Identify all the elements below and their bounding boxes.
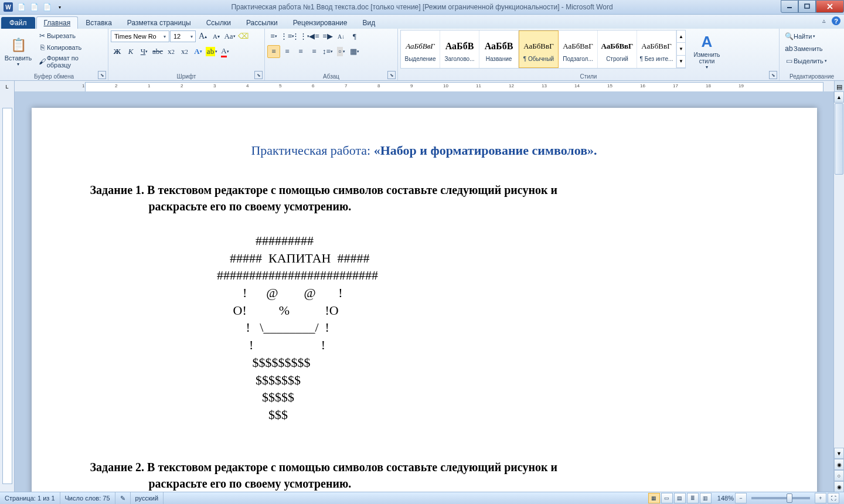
font-size-combo[interactable]: ▾ <box>170 30 196 42</box>
underline-button[interactable]: Ч▾ <box>138 45 151 58</box>
zoom-slider-knob[interactable] <box>787 493 792 503</box>
browse-object-button[interactable]: ○ <box>834 470 844 481</box>
close-button[interactable] <box>816 0 844 13</box>
zoom-in-button[interactable]: + <box>815 493 826 503</box>
horizontal-ruler[interactable]: 1212345678910111213141516171819 <box>85 82 823 92</box>
view-print-layout[interactable]: ▦ <box>648 493 660 503</box>
tab-review[interactable]: Рецензирование <box>285 16 355 29</box>
maximize-button[interactable] <box>798 0 816 13</box>
view-draft[interactable]: ▥ <box>700 493 712 503</box>
file-tab[interactable]: Файл <box>1 17 35 29</box>
status-proofing[interactable]: ✎ <box>115 492 131 504</box>
help-icon[interactable]: ? <box>832 16 840 25</box>
style-item[interactable]: АаБбВвГВыделение <box>401 30 440 68</box>
align-right-button[interactable]: ≡ <box>294 45 307 58</box>
font-launcher[interactable]: ⬊ <box>254 71 263 79</box>
style-item[interactable]: АаБбВЗаголово... <box>440 30 479 68</box>
format-painter-button[interactable]: 🖌Формат по образцу <box>35 53 106 70</box>
zoom-fit-button[interactable]: ⛶ <box>828 493 839 503</box>
align-left-button[interactable]: ≡ <box>267 45 280 58</box>
show-marks-button[interactable]: ¶ <box>348 30 361 43</box>
highlight-button[interactable]: ab▾ <box>205 45 218 58</box>
style-item[interactable]: АаБбВвГ¶ Обычный <box>519 30 559 68</box>
clipboard-launcher[interactable]: ⬊ <box>98 71 106 79</box>
document-area[interactable]: Практическая работа: «Набор и форматиров… <box>15 91 833 492</box>
task-2: Задание 2. В текстовом редакторе с помощ… <box>90 459 758 492</box>
qat-item-2[interactable]: 📄 <box>28 1 40 13</box>
replace-button[interactable]: abЗаменить <box>782 43 842 55</box>
view-outline[interactable]: ≣ <box>687 493 699 503</box>
paste-button[interactable]: 📋 Вставить ▾ <box>2 30 34 72</box>
change-case-button[interactable]: Aa▾ <box>223 30 236 43</box>
find-button[interactable]: 🔍Найти▾ <box>782 30 842 42</box>
shading-button[interactable]: ▫▾ <box>335 45 348 58</box>
scroll-track[interactable] <box>834 175 844 448</box>
scroll-down-button[interactable]: ▼ <box>834 448 844 459</box>
style-item[interactable]: АаБбВвГ¶ Без инте... <box>637 30 676 68</box>
zoom-out-button[interactable]: − <box>735 493 747 503</box>
style-scroll-more[interactable]: ▼ <box>677 56 685 68</box>
vertical-ruler[interactable] <box>0 91 15 492</box>
tab-references[interactable]: Ссылки <box>199 16 239 29</box>
ribbon: 📋 Вставить ▾ ✂Вырезать ⎘Копировать 🖌Форм… <box>0 29 844 81</box>
status-word-count[interactable]: Число слов: 75 <box>60 492 115 504</box>
style-item[interactable]: АаБбВвГСтрогий <box>598 30 637 68</box>
justify-button[interactable]: ≡ <box>308 45 321 58</box>
change-styles-button[interactable]: A Изменить стили ▾ <box>688 30 726 72</box>
app-icon[interactable]: W <box>2 1 14 13</box>
styles-launcher[interactable]: ⬊ <box>769 71 777 79</box>
ruler-toggle[interactable]: ▤ <box>834 81 844 93</box>
strikethrough-button[interactable]: abc <box>151 45 164 58</box>
grow-font-button[interactable]: A▴ <box>196 30 209 43</box>
scroll-thumb[interactable] <box>835 103 843 175</box>
status-page[interactable]: Страница: 1 из 1 <box>0 492 60 504</box>
style-scroll-up[interactable]: ▲ <box>677 30 685 43</box>
zoom-level[interactable]: 148% <box>717 495 734 502</box>
italic-button[interactable]: К <box>124 45 137 58</box>
browse-prev-button[interactable]: ◉ <box>834 459 844 470</box>
shrink-font-button[interactable]: A▾ <box>210 30 223 43</box>
zoom-slider[interactable] <box>751 497 810 499</box>
qat-customize[interactable]: ▾ <box>54 1 66 13</box>
decrease-indent-button[interactable]: ◀≡ <box>308 30 321 43</box>
select-button[interactable]: ▭Выделить▾ <box>782 55 842 67</box>
qat-item-3[interactable]: 📄 <box>41 1 53 13</box>
align-center-button[interactable]: ≡ <box>281 45 294 58</box>
status-bar: Страница: 1 из 1 Число слов: 75 ✎ русски… <box>0 492 844 504</box>
superscript-button[interactable]: x2 <box>178 45 191 58</box>
tab-insert[interactable]: Вставка <box>78 16 120 29</box>
increase-indent-button[interactable]: ≡▶ <box>321 30 334 43</box>
borders-button[interactable]: ▦▾ <box>348 45 361 58</box>
bullets-button[interactable]: ≡▾ <box>267 30 280 43</box>
vertical-scrollbar[interactable]: ▲ ▼ ◉ ○ ◉ <box>833 91 844 492</box>
tab-selector[interactable]: L <box>0 81 15 93</box>
browse-next-button[interactable]: ◉ <box>834 481 844 492</box>
qat-item-1[interactable]: 📄 <box>15 1 27 13</box>
view-full-reading[interactable]: ▭ <box>661 493 673 503</box>
tab-view[interactable]: Вид <box>355 16 383 29</box>
minimize-button[interactable] <box>781 0 798 13</box>
view-web-layout[interactable]: ▤ <box>674 493 686 503</box>
tab-page-layout[interactable]: Разметка страницы <box>120 16 199 29</box>
paragraph-launcher[interactable]: ⬊ <box>387 71 396 79</box>
style-item[interactable]: АаБбВНазвание <box>479 30 519 68</box>
copy-button[interactable]: ⎘Копировать <box>35 42 106 53</box>
style-item[interactable]: АаБбВвГПодзагол... <box>559 30 598 68</box>
tab-mailings[interactable]: Рассылки <box>239 16 285 29</box>
font-color-button[interactable]: A▾ <box>219 45 232 58</box>
group-font: ▾ ▾ A▴ A▾ Aa▾ ⌫ Ж К Ч▾ abc x2 x2 A▾ ab▾ … <box>108 29 265 80</box>
multilevel-button[interactable]: ⋮⋮▾ <box>294 30 307 43</box>
font-name-combo[interactable]: ▾ <box>111 30 169 42</box>
bold-button[interactable]: Ж <box>111 45 124 58</box>
style-scroll-down[interactable]: ▼ <box>677 43 685 55</box>
minimize-ribbon-icon[interactable]: ▵ <box>819 16 828 25</box>
tab-home[interactable]: Главная <box>36 16 79 29</box>
scroll-up-button[interactable]: ▲ <box>834 91 844 103</box>
line-spacing-button[interactable]: ↕≡▾ <box>321 45 334 58</box>
cut-button[interactable]: ✂Вырезать <box>35 30 106 42</box>
subscript-button[interactable]: x2 <box>165 45 178 58</box>
status-language[interactable]: русский <box>131 492 164 504</box>
clear-formatting-button[interactable]: ⌫ <box>237 30 250 43</box>
text-effects-button[interactable]: A▾ <box>192 45 205 58</box>
sort-button[interactable]: A↓ <box>335 30 348 43</box>
